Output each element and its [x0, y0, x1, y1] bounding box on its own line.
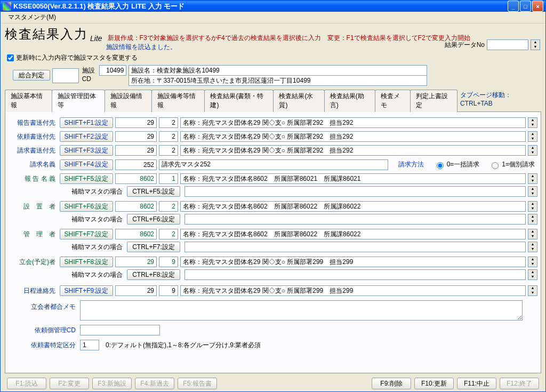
tab-setsubi[interactable]: 施設設備情報 [105, 90, 152, 112]
row2-0-ctrl-button[interactable]: CTRL+F5:設定 [127, 186, 180, 197]
row-1-n1[interactable]: 29 [115, 131, 157, 142]
maximize-button[interactable]: □ [520, 1, 531, 12]
row2-1-subdesc[interactable] [184, 214, 526, 225]
f10-button[interactable]: F10:更新 [414, 378, 454, 389]
tab-memo[interactable]: 検査メモ [375, 90, 411, 112]
row2-0: 報 告 名 義 SHIFT+F5:設定 8602 1 名称：宛先マスタ団体名86… [9, 173, 537, 184]
tokutei-val[interactable]: 1 [80, 340, 99, 350]
tab-shorui[interactable]: 検査結果(書類・特建) [204, 90, 274, 112]
sogo-hantei-field[interactable] [52, 68, 79, 83]
result-no-label: 結果データNo [445, 41, 485, 50]
f2-button[interactable]: F2:変更 [50, 378, 89, 389]
tab-suishitsu[interactable]: 検査結果(水質) [273, 90, 324, 112]
row-0-spinner[interactable]: ▲▼ [528, 117, 537, 128]
row2-3-desc[interactable]: 名称：宛先マスタ団体名29 関◇支○ 所属部署299 担当299 [180, 257, 526, 267]
row2-3-ctrl-button[interactable]: CTRL+F8:設定 [127, 269, 180, 280]
row-0-n2[interactable]: 2 [159, 117, 178, 128]
seikyu-key-button[interactable]: SHIFT+F4:設定 [60, 159, 113, 170]
radio-kobetsu[interactable]: 1=個別請求 [486, 159, 537, 170]
row2-0-sublabel: 補助マスタの場合 [62, 187, 125, 196]
row2-2-n2[interactable]: 2 [159, 229, 178, 239]
row2-0-desc[interactable]: 名称：宛先マスタ団体名8602 所属部署86021 所属課86021 [180, 173, 526, 184]
row-2-spinner[interactable]: ▲▼ [528, 145, 537, 156]
nittei-label: 日程連絡先 [9, 286, 58, 295]
tab-biko[interactable]: 施設備考等情報 [151, 90, 205, 112]
shisetsu-cd-field[interactable]: 10499 [99, 65, 126, 76]
row2-2-key-button[interactable]: SHIFT+F7:設定 [60, 229, 113, 239]
kanri-cd-field[interactable] [80, 325, 160, 335]
f5-button[interactable]: F5:報告書 [178, 378, 217, 389]
tab-strip: 施設基本情報 施設管理団体等 施設設備情報 施設備考等情報 検査結果(書類・特建… [5, 89, 541, 112]
row-1-desc[interactable]: 名称：宛先マスタ団体名29 関◇支○ 所属部署292 担当292 [180, 131, 526, 142]
update-master-checkbox[interactable] [7, 54, 14, 61]
row2-2-ctrl-button[interactable]: CTRL+F7:設定 [127, 242, 180, 252]
row2-3-sub-spinner[interactable]: ▲▼ [528, 269, 537, 280]
row2-1-ctrl-button[interactable]: CTRL+F6:設定 [127, 214, 180, 225]
nittei-spinner[interactable]: ▲▼ [528, 285, 537, 296]
sogo-hantei-label: 総合判定 [13, 70, 50, 81]
row-0: 報告書送付先 SHIFT+F1:設定 29 2 名称：宛先マスタ団体名29 関◇… [9, 117, 537, 128]
row2-0-subdesc[interactable] [184, 186, 526, 197]
f1-button[interactable]: F1:読込 [7, 378, 46, 389]
minimize-button[interactable]: _ [508, 1, 519, 12]
row2-2-n1[interactable]: 8602 [115, 229, 157, 239]
memo-field[interactable] [80, 300, 523, 321]
seikyu-desc[interactable]: 請求先マスタ252 [159, 159, 388, 170]
nittei-n1[interactable]: 29 [115, 285, 157, 296]
f9-button[interactable]: F9:削除 [372, 378, 411, 389]
row2-3-n1[interactable]: 29 [115, 257, 157, 267]
row-2-key-button[interactable]: SHIFT+F3:設定 [60, 145, 113, 156]
row2-1-n1[interactable]: 8602 [115, 201, 157, 212]
row2-3-subdesc[interactable] [184, 269, 526, 280]
tab-hantei[interactable]: 判定上書設定 [410, 90, 457, 112]
row-1-n2[interactable]: 2 [159, 131, 178, 142]
row2-2-spinner[interactable]: ▲▼ [528, 229, 537, 239]
tab-jogen[interactable]: 検査結果(助言) [324, 90, 375, 112]
row2-3-key-button[interactable]: SHIFT+F8:設定 [60, 257, 113, 267]
row2-3-spinner[interactable]: ▲▼ [528, 257, 537, 267]
row-2-desc[interactable]: 名称：宛先マスタ団体名29 関◇支○ 所属部署292 担当292 [180, 145, 526, 156]
row-0-key-button[interactable]: SHIFT+F1:設定 [60, 117, 113, 128]
row2-2-sub-spinner[interactable]: ▲▼ [528, 242, 537, 252]
f12-button[interactable]: F12:終了 [500, 378, 539, 389]
nittei-key-button[interactable]: SHIFT+F9:設定 [60, 285, 113, 296]
row-0-n1[interactable]: 29 [115, 117, 157, 128]
tab-panel: 報告書送付先 SHIFT+F1:設定 29 2 名称：宛先マスタ団体名29 関◇… [5, 112, 541, 373]
row2-2-desc[interactable]: 名称：宛先マスタ団体名8602 所属部署86022 所属課86022 [180, 229, 526, 239]
help-text-red: 新規作成：F3で対象施設を選択するかF4で過去の検査結果を選択後に入力 変更：F… [108, 34, 470, 43]
menu-master[interactable]: マスタメンテ(M) [5, 12, 59, 22]
row2-1-spinner[interactable]: ▲▼ [528, 201, 537, 212]
row2-2-subdesc[interactable] [184, 242, 526, 252]
row2-0-sub-spinner[interactable]: ▲▼ [528, 186, 537, 197]
result-no-spinner[interactable]: ▲▼ [531, 39, 540, 50]
row2-0-spinner[interactable]: ▲▼ [528, 173, 537, 184]
row2-2-sub: 補助マスタの場合 CTRL+F7:設定 ▲▼ [62, 242, 537, 252]
kanri-cd-label: 依頼側管理CD [9, 326, 78, 335]
tab-kanri-dantai[interactable]: 施設管理団体等 [52, 90, 105, 112]
f11-button[interactable]: F11:中止 [457, 378, 496, 389]
row2-0-n1[interactable]: 8602 [115, 173, 157, 184]
row-0-desc[interactable]: 名称：宛先マスタ団体名29 関◇支○ 所属部署292 担当292 [180, 117, 526, 128]
close-button[interactable]: × [532, 1, 543, 12]
row2-1-n2[interactable]: 2 [159, 201, 178, 212]
row-2-n1[interactable]: 29 [115, 145, 157, 156]
row-1-spinner[interactable]: ▲▼ [528, 131, 537, 142]
row2-0-label: 報 告 名 義 [9, 174, 58, 183]
f3-button[interactable]: F3:新施設 [92, 378, 132, 389]
f4-button[interactable]: F4:新過去 [135, 378, 174, 389]
nittei-desc[interactable]: 名称：宛先マスタ団体名29 関◇支○ 所属部署299 担当299 [180, 285, 526, 296]
seikyu-method-radio: 0=一括請求 1=個別請求 [431, 159, 537, 170]
nittei-n2[interactable]: 9 [159, 285, 178, 296]
row2-1-desc[interactable]: 名称：宛先マスタ団体名8602 所属部署86022 所属課86022 [180, 201, 526, 212]
result-no-field[interactable] [487, 39, 528, 50]
row-2-n2[interactable]: 2 [159, 145, 178, 156]
row2-0-n2[interactable]: 1 [159, 173, 178, 184]
tab-basic[interactable]: 施設基本情報 [5, 90, 52, 112]
row2-1-key-button[interactable]: SHIFT+F6:設定 [60, 201, 113, 212]
seikyu-n1[interactable]: 252 [115, 159, 157, 170]
radio-ikkatsu[interactable]: 0=一括請求 [431, 159, 483, 170]
row2-3-n2[interactable]: 9 [159, 257, 178, 267]
row2-1-sub-spinner[interactable]: ▲▼ [528, 214, 537, 225]
row-1-key-button[interactable]: SHIFT+F2:設定 [60, 131, 113, 142]
row2-0-key-button[interactable]: SHIFT+F5:設定 [60, 173, 113, 184]
